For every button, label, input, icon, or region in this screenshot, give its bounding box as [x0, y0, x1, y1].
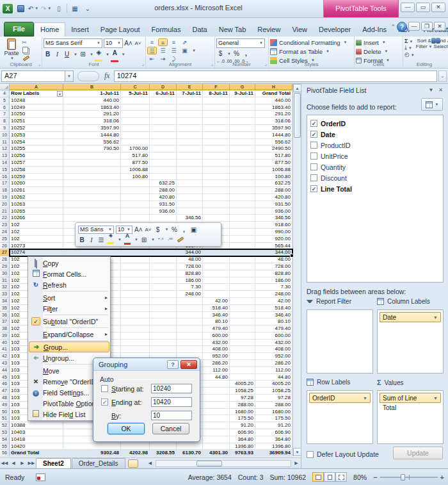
cell[interactable]: 291.20 — [63, 111, 121, 118]
cell[interactable] — [177, 167, 203, 174]
cell[interactable] — [150, 145, 177, 152]
cell[interactable]: 10249 — [10, 104, 63, 111]
cell[interactable]: 288.00 — [150, 187, 177, 194]
row-number[interactable]: 18 — [0, 187, 10, 194]
cell[interactable] — [150, 298, 177, 305]
mini-grow-font-icon[interactable]: A˄ — [134, 226, 143, 234]
cell[interactable]: 936.00 — [150, 208, 177, 215]
cell[interactable]: 4005.20 — [255, 381, 292, 388]
cell[interactable] — [121, 139, 150, 146]
cell[interactable] — [230, 194, 255, 201]
row-number[interactable]: 43 — [0, 360, 10, 367]
row-number[interactable]: 12 — [0, 145, 10, 152]
pill-dropdown-icon[interactable]: ▼ — [433, 393, 438, 402]
cell[interactable] — [177, 333, 203, 340]
cell[interactable] — [150, 318, 177, 325]
cell[interactable] — [121, 340, 150, 347]
row-number[interactable]: 39 — [0, 333, 10, 340]
row-number[interactable]: 42 — [0, 353, 10, 360]
cell[interactable]: 286.20 — [203, 360, 230, 367]
cell[interactable] — [230, 277, 255, 284]
maximize-button[interactable]: ▭ — [416, 3, 430, 12]
field-pill-orderid[interactable]: OrderID▼ — [309, 393, 371, 403]
cell[interactable] — [203, 291, 230, 298]
borders-icon[interactable]: ⊞ — [79, 50, 87, 59]
row-number[interactable]: 47 — [0, 388, 10, 395]
cell[interactable] — [150, 167, 177, 174]
cell[interactable] — [177, 104, 203, 111]
cell[interactable]: 10252 — [10, 125, 63, 132]
zoom-slider[interactable] — [380, 477, 438, 478]
row-number[interactable]: 31 — [0, 277, 10, 284]
cell[interactable] — [230, 167, 255, 174]
cell[interactable]: 918.60 — [255, 222, 292, 229]
cell[interactable]: 556.62 — [255, 139, 292, 146]
cell[interactable]: 102 — [10, 222, 63, 229]
workbook-restore-button[interactable]: ❐ — [421, 22, 433, 31]
cell[interactable] — [177, 111, 203, 118]
field-item-productid[interactable]: ProductID — [308, 140, 442, 151]
cell[interactable] — [230, 367, 255, 374]
update-button[interactable]: Update — [393, 447, 443, 459]
cell[interactable]: 6130.70 — [177, 450, 203, 457]
row-number[interactable]: 55 — [0, 443, 10, 450]
cancel-button[interactable]: Cancel — [152, 423, 189, 434]
cell[interactable] — [177, 346, 203, 353]
cell[interactable]: 518.40 — [203, 305, 230, 312]
cell[interactable]: 112.00 — [255, 367, 292, 374]
cell[interactable] — [230, 318, 255, 325]
cell[interactable] — [121, 277, 150, 284]
cell[interactable]: 10248 — [10, 97, 63, 104]
area-box-report-filter[interactable] — [307, 309, 373, 374]
cell[interactable]: 102 — [10, 229, 63, 236]
cell[interactable] — [203, 422, 230, 429]
row-number[interactable]: 21 — [0, 208, 10, 215]
horizontal-scrollbar[interactable] — [156, 460, 292, 467]
expand-formula-bar-icon[interactable]: ⌄ — [438, 70, 447, 82]
name-box-dropdown-icon[interactable]: ▼ — [65, 70, 74, 82]
italic-button[interactable]: I — [53, 50, 61, 59]
menu-item-refresh[interactable]: ↻Refresh — [29, 279, 109, 290]
cell[interactable]: 100.80 — [121, 174, 150, 181]
cell[interactable] — [63, 208, 121, 215]
defer-layout-checkbox[interactable] — [307, 451, 314, 458]
row-number[interactable]: 27 — [0, 249, 10, 256]
row-number[interactable]: 45 — [0, 374, 10, 381]
row-number[interactable]: 35 — [0, 305, 10, 312]
cell[interactable]: 9763.93 — [230, 450, 255, 457]
field-pill-sum-of-line-total[interactable]: Sum of Line Total▼ — [380, 393, 441, 403]
cell[interactable] — [150, 132, 177, 139]
cell[interactable] — [177, 325, 203, 333]
cell[interactable] — [230, 222, 255, 229]
cell[interactable] — [150, 443, 177, 450]
cell[interactable] — [177, 312, 203, 319]
menu-item-copy[interactable]: Copy — [29, 258, 109, 268]
cell[interactable]: 10255 — [10, 145, 63, 152]
mini-accounting-icon[interactable]: $ — [154, 226, 162, 234]
percent-style-icon[interactable]: % — [232, 49, 241, 58]
cell[interactable]: 10250 — [10, 111, 63, 118]
cell[interactable] — [121, 118, 150, 125]
cell[interactable]: 5-Jul-11 — [121, 90, 150, 97]
insert-function-icon[interactable]: fx — [104, 71, 110, 81]
cell[interactable]: 288.00 — [255, 402, 292, 409]
cell[interactable]: 48.00 — [255, 256, 292, 263]
cell[interactable]: 10418 — [10, 436, 63, 443]
cell[interactable]: 97.28 — [255, 395, 292, 402]
row-number[interactable]: 48 — [0, 395, 10, 402]
row-number[interactable]: 11 — [0, 139, 10, 146]
menu-item-filter[interactable]: Filter▸ — [29, 303, 109, 314]
next-sheet-icon[interactable]: ▶ — [18, 461, 27, 466]
cell[interactable] — [230, 243, 255, 250]
minimize-button[interactable]: — — [401, 3, 415, 12]
cell[interactable]: 10265 — [10, 208, 63, 215]
row-number[interactable]: 25 — [0, 236, 10, 243]
cell[interactable] — [63, 249, 121, 256]
dialog-close-icon[interactable]: ✕ — [180, 360, 197, 369]
cell[interactable] — [230, 174, 255, 181]
tab-view[interactable]: View — [286, 23, 313, 37]
conditional-formatting-button[interactable]: Conditional Formatting▼ — [270, 38, 353, 47]
mini-comma-icon[interactable]: , — [180, 226, 188, 234]
cell[interactable] — [203, 415, 230, 422]
column-header-B[interactable]: B — [63, 84, 121, 90]
